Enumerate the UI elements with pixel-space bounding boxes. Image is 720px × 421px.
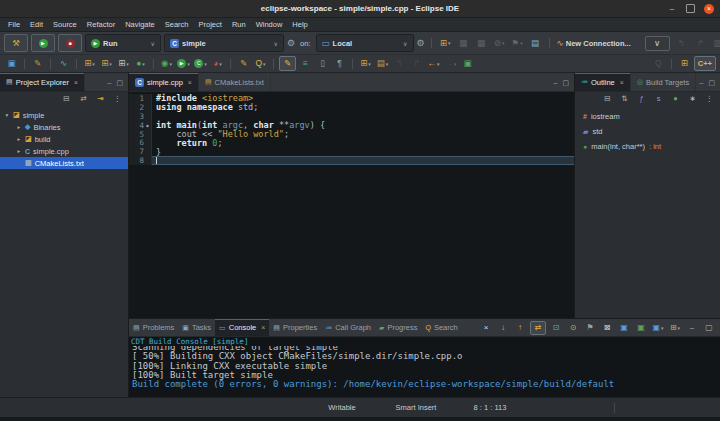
tab-console[interactable]: ▭Console× [215, 319, 269, 336]
save-all-icon[interactable]: ▦ [474, 37, 489, 50]
tab-progress[interactable]: ▰Progress [375, 319, 421, 336]
terminal-dropdown-icon[interactable]: ∨ [645, 36, 670, 51]
menu-search[interactable]: Search [160, 20, 194, 29]
view-chart-icon[interactable]: ▥▾ [712, 37, 720, 50]
close-button[interactable]: × [704, 4, 714, 14]
show-stdout-icon[interactable]: ▣ [617, 322, 631, 334]
mark-occurrences-icon[interactable]: ✎ [279, 56, 296, 71]
menu-refactor[interactable]: Refactor [82, 20, 120, 29]
tree-item-build[interactable]: ▸◪build [0, 133, 128, 145]
link-with-editor-icon[interactable]: ▣ [460, 57, 475, 70]
cpp-perspective-button[interactable]: C++ [694, 56, 716, 71]
terminate-icon[interactable]: × [479, 322, 493, 334]
search-disabled-icon[interactable]: Q [651, 57, 666, 70]
maximize-icon[interactable]: ▢ [702, 322, 716, 334]
coverage-icon[interactable]: C▾ [193, 57, 208, 70]
terminal-icon[interactable]: ∿ [56, 57, 71, 70]
skip-breakpoints-icon[interactable]: ⊘▾ [492, 37, 507, 50]
maximize-panel-icon[interactable]: ▢ [116, 79, 123, 86]
tab-build-targets[interactable]: ◎Build Targets [631, 73, 696, 91]
tab-tasks[interactable]: ▣Tasks [178, 319, 215, 336]
tree-item-simple[interactable]: ▾◪simple [0, 109, 128, 121]
hide-static-icon[interactable]: s [652, 94, 665, 105]
new-folder-icon[interactable]: ⊞▾ [99, 57, 114, 70]
open-perspective-icon[interactable]: ⊞ [677, 57, 692, 70]
tab-simple-cpp[interactable]: Csimple.cpp× [129, 73, 199, 91]
open-console-icon[interactable]: ⊞▾ [668, 322, 682, 334]
maximize-panel-icon[interactable]: ▢ [562, 79, 569, 86]
open-task-icon[interactable]: ✎ [236, 57, 251, 70]
minimize-panel-icon[interactable]: – [107, 79, 111, 86]
menu-project[interactable]: Project [194, 20, 227, 29]
profile-run-icon[interactable]: ◕▾ [210, 57, 225, 70]
view-menu-icon[interactable]: ⋮ [111, 94, 124, 105]
show-whitespace-icon[interactable]: ≡ [298, 57, 313, 70]
twistie-icon[interactable]: ▸ [16, 136, 22, 142]
hide-fields-icon[interactable]: ƒ [635, 94, 648, 105]
forward-icon[interactable]: →▾ [443, 57, 458, 70]
tab-search[interactable]: QSearch [421, 319, 461, 336]
maximize-panel-icon[interactable]: ▢ [708, 79, 715, 86]
new-build-target-icon[interactable]: ●▾ [133, 57, 148, 70]
tab-problems[interactable]: ▤Problems [129, 319, 178, 336]
minimize-icon[interactable]: – [685, 322, 699, 334]
outline-item-std[interactable]: ▰std [575, 124, 720, 139]
clear-console-icon[interactable]: ⊠ [600, 322, 614, 334]
code-line[interactable]: 2using namespace std; [129, 103, 574, 112]
open-element-icon[interactable]: ✎ [30, 57, 45, 70]
stop-button[interactable]: ■ [58, 34, 82, 52]
close-tab-icon[interactable]: × [74, 79, 78, 86]
tab-call-graph[interactable]: ≔Call Graph [321, 319, 375, 336]
new-connection-button[interactable]: ∿ New Connection... [556, 37, 634, 50]
console-output[interactable]: Scanning dependencies of target simple[ … [129, 346, 720, 397]
save-icon[interactable]: ▦ [456, 37, 471, 50]
tree-item-simple-cpp[interactable]: ▸Csimple.cpp [0, 145, 128, 157]
view-menu-icon[interactable]: ⋮ [703, 94, 716, 105]
next-edit-icon[interactable]: ↱ [409, 57, 424, 70]
tab-cmakelists-txt[interactable]: ▤CMakeLists.txt [199, 73, 271, 91]
profile-flag-icon[interactable]: ⚑▾ [510, 37, 525, 50]
search-icon[interactable]: Q▾ [253, 57, 268, 70]
display-selected-console-icon[interactable]: ▣ [634, 322, 648, 334]
minimize-panel-icon[interactable]: – [553, 79, 557, 86]
menu-window[interactable]: Window [251, 20, 288, 29]
console-view-icon[interactable]: ▣▾ [651, 322, 665, 334]
maximize-button[interactable] [686, 4, 695, 13]
collapse-all-icon[interactable]: ⊟ [60, 94, 73, 105]
tree-item-cmakelists-txt[interactable]: ▤CMakeLists.txt [0, 157, 128, 169]
edit-target-gear-icon[interactable]: ⚙ [417, 38, 425, 48]
minimize-button[interactable]: – [667, 4, 677, 14]
back-icon[interactable]: ←▾ [426, 57, 441, 70]
minimize-panel-icon[interactable]: – [699, 79, 703, 86]
focus-active-task-icon[interactable]: ⇥ [94, 94, 107, 105]
copy-icon[interactable]: ⊡ [549, 322, 563, 334]
outline-item-main-int-char[interactable]: ●main(int, char**) : int [575, 139, 720, 154]
pin-console-icon[interactable]: ⚑ [583, 322, 597, 334]
new-c-project-icon[interactable]: ⊞▾ [82, 57, 97, 70]
run-launch-button[interactable]: ▶ [31, 34, 55, 52]
menu-file[interactable]: File [3, 20, 25, 29]
hide-non-public-icon[interactable]: ● [669, 94, 682, 105]
code-line[interactable]: 8 [129, 156, 574, 165]
tab-project-explorer[interactable]: ▤Project Explorer× [0, 73, 85, 91]
show-next-icon[interactable]: ↓ [496, 322, 510, 334]
build-button[interactable]: ⚒ [4, 34, 28, 52]
code-editor[interactable]: 1#include <iostream>2using namespace std… [129, 92, 574, 318]
sort-icon[interactable]: ⇅ [618, 94, 631, 105]
title-bar[interactable]: eclipse-workspace - simple/simple.cpp - … [0, 0, 720, 18]
menu-source[interactable]: Source [48, 20, 82, 29]
twistie-icon[interactable]: ▾ [4, 112, 10, 118]
scroll-lock-icon[interactable]: ⊙ [566, 322, 580, 334]
menu-edit[interactable]: Edit [25, 20, 48, 29]
menu-navigate[interactable]: Navigate [120, 20, 160, 29]
debug-icon[interactable]: ◉▾ [159, 57, 174, 70]
next-annotation-icon[interactable]: ↱ [693, 37, 708, 50]
open-console-icon[interactable]: ▣ [4, 57, 19, 70]
edit-config-gear-icon[interactable]: ⚙ [287, 38, 295, 48]
build-file-icon[interactable]: ▤ [528, 37, 543, 50]
previous-edit-icon[interactable]: ↰ [392, 57, 407, 70]
close-tab-icon[interactable]: × [620, 79, 624, 86]
run-icon[interactable]: ▶▾ [176, 57, 191, 70]
launch-config-select[interactable]: C simple ∨ [164, 34, 284, 52]
twistie-icon[interactable]: ▸ [16, 124, 22, 130]
